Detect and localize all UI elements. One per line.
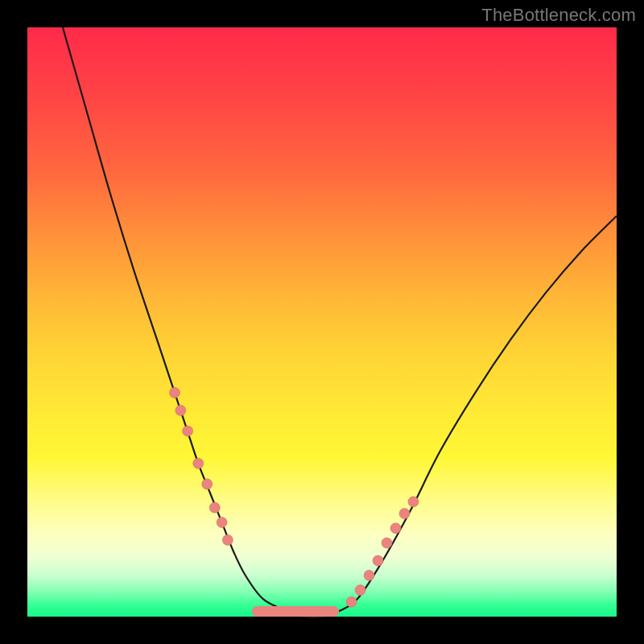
watermark-text: TheBottleneck.com	[481, 5, 636, 26]
chart-svg	[27, 27, 617, 617]
marker-dot	[364, 570, 374, 580]
marker-dot	[408, 497, 419, 507]
left-marker-group	[170, 387, 233, 545]
marker-dot	[183, 426, 193, 436]
marker-dot	[193, 458, 204, 469]
outer-frame: TheBottleneck.com	[0, 0, 644, 644]
bottleneck-curve	[63, 27, 617, 617]
marker-dot	[217, 517, 227, 527]
marker-dot	[222, 535, 233, 545]
marker-dot	[209, 502, 220, 513]
marker-dot	[175, 405, 186, 415]
marker-dot	[355, 585, 365, 596]
marker-dot	[382, 538, 392, 548]
marker-dot	[399, 508, 410, 518]
marker-dot	[390, 523, 401, 534]
plot-area	[27, 27, 617, 617]
marker-dot	[346, 597, 357, 607]
marker-dot	[170, 387, 180, 398]
marker-dot	[202, 479, 213, 489]
marker-dot	[373, 555, 383, 566]
right-marker-group	[346, 497, 419, 607]
